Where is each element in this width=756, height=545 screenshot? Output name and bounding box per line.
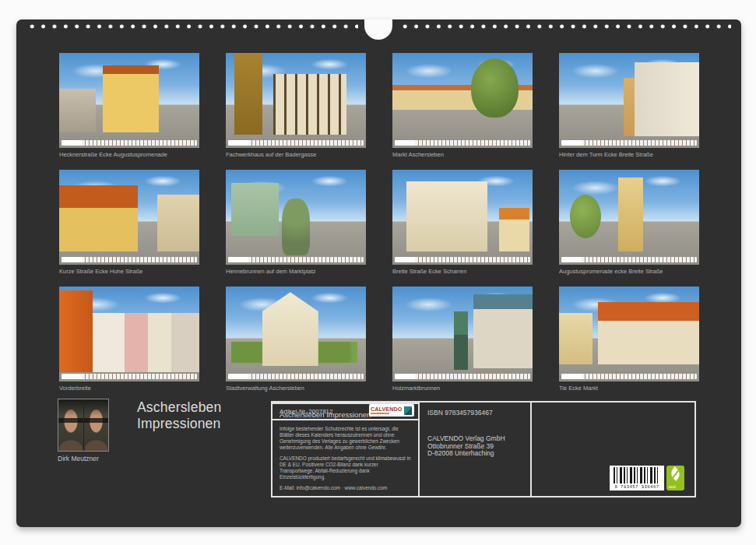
thumbnail: Vorderbreite [59, 287, 199, 392]
mini-calendar-strip [561, 257, 697, 262]
binding-holes-left-icon [26, 23, 358, 30]
calvendo-logo: CALVENDO [369, 404, 414, 417]
article-number: Artikel-Nr. 2007812 [280, 408, 332, 415]
barcode: 9 783457 936467 [610, 466, 664, 490]
calendar-month-photo [59, 170, 199, 265]
thumbnail-caption: Markt Aschersleben [392, 151, 533, 158]
mini-calendar-strip [62, 257, 197, 262]
calendar-month-photo [392, 287, 533, 382]
thumbnail-grid: Hecknerstraße Ecke Augustuspromenade Fac… [59, 53, 699, 392]
mini-calendar-strip [395, 257, 530, 262]
thumbnail: Hennebrunnen auf dem Marktplatz [226, 170, 366, 275]
thumbnail: Markt Aschersleben [392, 53, 533, 158]
mini-calendar-strip [228, 140, 364, 146]
eco-leaf-icon [668, 466, 682, 480]
calendar-month-photo [226, 287, 366, 382]
calendar-month-photo [59, 53, 199, 148]
thumbnail: Breite Straße Ecke Scharren [392, 170, 533, 275]
thumbnail-caption: Kurze Straße Ecke Hohe Straße [59, 268, 199, 275]
calendar-title: Aschersleben Impressionen [137, 399, 221, 432]
thumbnail-caption: Breite Straße Ecke Scharren [392, 268, 533, 275]
info-column-right: 9 783457 936467 eco [532, 403, 694, 496]
calendar-month-photo [226, 170, 366, 265]
mini-calendar-strip [62, 140, 197, 146]
thumbnail-caption: Hennebrunnen auf dem Marktplatz [226, 268, 366, 275]
publisher-info-panel: Artikel-Nr. 2007812 CALVENDO Ascherslebe… [271, 401, 696, 498]
legal-paragraph-2: CALVENDO produziert bedarfsgerecht und k… [280, 455, 411, 480]
barcode-digits: 9 783457 936467 [614, 484, 659, 490]
barcode-bars-icon [614, 467, 660, 483]
info-column-middle: ISBN 9783457936467 CALVENDO Verlag GmbH … [420, 403, 532, 496]
author-portrait-right [84, 399, 109, 451]
calvendo-logo-tagline [371, 413, 389, 414]
binding-holes-right-icon [399, 23, 731, 30]
mini-calendar-strip [561, 140, 697, 146]
mini-calendar-strip [561, 374, 697, 379]
publisher-address: CALVENDO Verlag GmbH Ottobrunner Straße … [427, 435, 530, 458]
thumbnail: Fachwerkhaus auf der Badergasse [226, 53, 366, 158]
author-portrait-left [58, 399, 83, 451]
thumbnail: Kurze Straße Ecke Hohe Straße [59, 170, 199, 275]
eco-badge: eco [666, 466, 684, 490]
calvendo-logo-text-block: CALVENDO [371, 406, 402, 414]
contact-line: E-Mail: info@calvendo.com · www.calvendo… [280, 485, 411, 491]
thumbnail: Tie Ecke Markt [559, 287, 699, 392]
thumbnail-caption: Fachwerkhaus auf der Badergasse [226, 151, 366, 158]
eco-label: eco [669, 484, 676, 489]
thumbnail: Hecknerstraße Ecke Augustuspromenade [59, 53, 199, 158]
info-column-left: Artikel-Nr. 2007812 CALVENDO Ascherslebe… [273, 403, 420, 496]
thumbnail: Stadtverwaltung Aschersleben [226, 287, 366, 392]
mini-calendar-strip [228, 257, 364, 262]
legal-text-cell: Infolge bestehender Schutzrechte ist es … [273, 420, 418, 497]
calendar-month-photo [559, 53, 699, 148]
author-photo [58, 399, 109, 452]
calvendo-logo-wordmark: CALVENDO [371, 406, 402, 412]
thumbnail-caption: Augustuspromenade ecke Breite Straße [559, 268, 699, 275]
calendar-month-photo [392, 170, 533, 265]
hanger-notch-icon [364, 19, 392, 40]
mini-calendar-strip [62, 374, 197, 379]
calendar-back-cover: Hecknerstraße Ecke Augustuspromenade Fac… [16, 19, 741, 527]
calendar-month-photo [559, 170, 699, 265]
mini-calendar-strip [395, 374, 530, 379]
thumbnail-caption: Vorderbreite [59, 385, 199, 392]
thumbnail-caption: Hecknerstraße Ecke Augustuspromenade [59, 151, 199, 158]
author-name: Dirk Meutzner [58, 455, 99, 462]
article-number-cell: Artikel-Nr. 2007812 CALVENDO [273, 403, 418, 404]
thumbnail-caption: Hinter dem Turm Ecke Breite Straße [559, 151, 699, 158]
thumbnail-caption: Tie Ecke Markt [559, 385, 699, 392]
legal-paragraph-1: Infolge bestehender Schutzrechte ist es … [280, 426, 411, 451]
thumbnail-caption: Holzmarktbrunnen [392, 385, 533, 392]
mini-calendar-strip [395, 140, 530, 146]
thumbnail: Hinter dem Turm Ecke Breite Straße [559, 53, 699, 158]
calendar-month-photo [59, 287, 199, 382]
calendar-month-photo [392, 53, 533, 148]
thumbnail-caption: Stadtverwaltung Aschersleben [226, 385, 366, 392]
thumbnail: Augustuspromenade ecke Breite Straße [559, 170, 699, 275]
calendar-month-photo [226, 53, 366, 148]
isbn-number: ISBN 9783457936467 [427, 409, 530, 417]
calvendo-logo-mark-icon [404, 406, 412, 415]
mini-calendar-strip [228, 374, 364, 379]
thumbnail: Holzmarktbrunnen [392, 287, 533, 392]
calendar-month-photo [559, 287, 699, 382]
